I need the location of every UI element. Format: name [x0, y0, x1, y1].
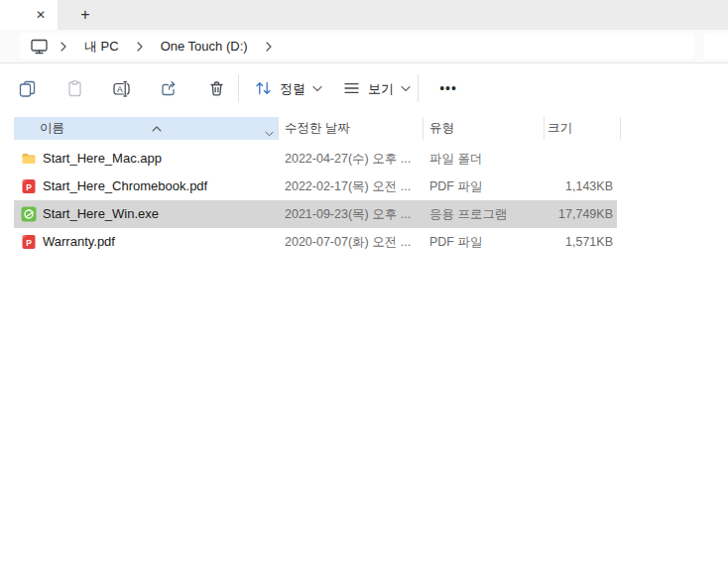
- file-date: 2021-09-23(목) 오후 ...: [285, 200, 411, 228]
- sort-icon: [254, 79, 273, 98]
- view-label: 보기: [368, 79, 394, 97]
- column-header-row: 이름 수정한 날짜 유형 크기: [0, 117, 728, 140]
- column-header-size[interactable]: 크기: [547, 117, 572, 140]
- toolbar-separator: [418, 74, 419, 102]
- exe-application-icon: [21, 206, 37, 222]
- breadcrumb-item-one-touch-d[interactable]: One Touch (D:): [153, 39, 256, 54]
- rename-icon: A: [112, 79, 131, 98]
- column-header-type[interactable]: 유형: [429, 117, 454, 140]
- file-date: 2022-02-17(목) 오전 ...: [285, 173, 411, 200]
- address-row: 내 PC One Touch (D:): [0, 30, 728, 63]
- folder-icon: [21, 151, 37, 167]
- rename-button[interactable]: A: [106, 73, 136, 103]
- file-size: 1,571KB: [565, 228, 613, 256]
- sort-button[interactable]: 정렬: [254, 79, 322, 98]
- chevron-down-icon: [401, 85, 411, 91]
- view-icon: [342, 79, 361, 98]
- new-tab-button[interactable]: +: [74, 4, 96, 26]
- share-icon: [160, 79, 179, 98]
- file-type: PDF 파일: [429, 173, 482, 200]
- file-type: 파일 폴더: [429, 145, 482, 173]
- file-type: 응용 프로그램: [429, 200, 507, 228]
- delete-button[interactable]: [201, 73, 231, 103]
- view-button[interactable]: 보기: [342, 79, 411, 98]
- search-box-cropped[interactable]: [704, 33, 728, 59]
- pdf-file-icon: P: [21, 234, 37, 250]
- tab-close-icon[interactable]: ✕: [31, 5, 51, 25]
- toolbar-separator: [238, 74, 239, 102]
- svg-text:A: A: [117, 83, 123, 93]
- file-explorer-window: ✕ + 내 PC One Touch (D:): [0, 0, 728, 581]
- svg-text:P: P: [26, 182, 32, 192]
- column-header-name-label: 이름: [40, 117, 64, 140]
- file-name: Start_Here_Chromebook.pdf: [43, 173, 207, 200]
- column-divider[interactable]: [278, 117, 279, 140]
- this-pc-monitor-icon[interactable]: [30, 37, 49, 56]
- file-name: Start_Here_Mac.app: [43, 145, 162, 173]
- pdf-file-icon: P: [21, 178, 37, 194]
- file-type: PDF 파일: [429, 228, 482, 256]
- breadcrumb-item-my-pc[interactable]: 내 PC: [76, 38, 127, 56]
- sort-label: 정렬: [280, 79, 305, 97]
- toolbar: A 정렬: [0, 63, 728, 113]
- see-more-button[interactable]: •••: [433, 73, 463, 103]
- paste-button[interactable]: [60, 73, 89, 103]
- file-name: Start_Here_Win.exe: [43, 200, 159, 228]
- file-date: 2022-04-27(수) 오후 ...: [285, 145, 411, 173]
- breadcrumb-chevron-icon[interactable]: [127, 42, 153, 52]
- file-name: Warranty.pdf: [43, 228, 115, 256]
- breadcrumb-chevron-icon[interactable]: [256, 42, 282, 52]
- address-bar[interactable]: 내 PC One Touch (D:): [20, 33, 694, 59]
- file-size: 17,749KB: [558, 200, 613, 228]
- column-filter-chevron-icon[interactable]: [265, 123, 274, 141]
- file-row-start-here-mac[interactable]: Start_Here_Mac.app 2022-04-27(수) 오후 ... …: [14, 145, 617, 173]
- paste-icon: [65, 79, 84, 98]
- column-divider[interactable]: [423, 117, 424, 140]
- share-button[interactable]: [154, 73, 183, 103]
- sort-ascending-caret-icon: [152, 118, 162, 136]
- copy-button[interactable]: [12, 73, 42, 103]
- file-row-warranty[interactable]: P Warranty.pdf 2020-07-07(화) 오전 ... PDF …: [14, 228, 617, 256]
- column-divider[interactable]: [620, 117, 621, 140]
- column-header-name[interactable]: 이름: [14, 117, 278, 140]
- column-divider[interactable]: [544, 117, 545, 140]
- delete-icon: [207, 79, 226, 98]
- breadcrumb-chevron-icon[interactable]: [51, 42, 76, 52]
- chevron-down-icon: [312, 85, 322, 91]
- file-size: 1,143KB: [565, 173, 613, 200]
- tab-bar: ✕ +: [0, 0, 728, 30]
- file-date: 2020-07-07(화) 오전 ...: [285, 228, 411, 256]
- file-row-start-here-chromebook[interactable]: P Start_Here_Chromebook.pdf 2022-02-17(목…: [14, 173, 617, 200]
- column-header-date[interactable]: 수정한 날짜: [285, 117, 350, 140]
- file-row-start-here-win[interactable]: Start_Here_Win.exe 2021-09-23(목) 오후 ... …: [14, 200, 617, 228]
- copy-icon: [18, 79, 37, 98]
- svg-text:P: P: [26, 238, 32, 248]
